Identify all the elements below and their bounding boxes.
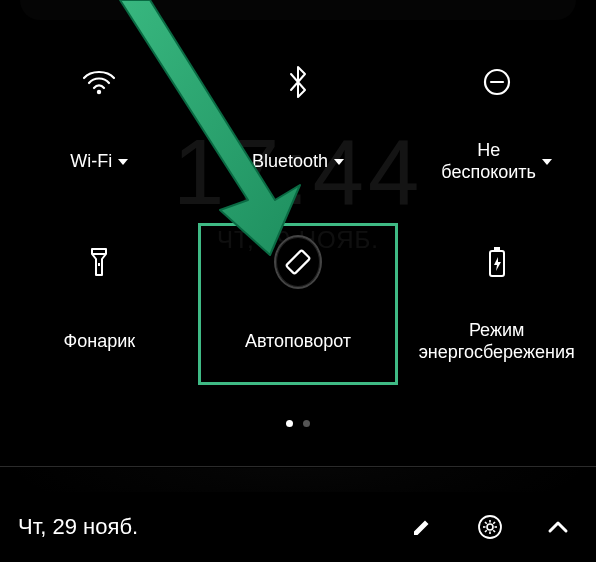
do-not-disturb-icon bbox=[473, 58, 521, 106]
svg-line-16 bbox=[485, 530, 487, 532]
quick-settings-grid: Wi-Fi Bluetooth Не беспокоить bbox=[0, 44, 596, 384]
tile-battery-saver-label: Режим энергосбережения bbox=[419, 320, 575, 363]
tile-flashlight-label: Фонарик bbox=[64, 331, 136, 353]
tile-wifi-label: Wi-Fi bbox=[70, 151, 112, 173]
svg-point-0 bbox=[97, 90, 101, 94]
footer-date[interactable]: Чт, 29 нояб. bbox=[18, 514, 408, 540]
tile-wifi[interactable]: Wi-Fi bbox=[0, 44, 199, 204]
pager-dots[interactable] bbox=[0, 420, 596, 427]
panel-footer: Чт, 29 нояб. bbox=[0, 492, 596, 562]
svg-line-14 bbox=[485, 522, 487, 524]
battery-saver-icon bbox=[473, 238, 521, 286]
pager-dot-1[interactable] bbox=[286, 420, 293, 427]
svg-point-9 bbox=[487, 524, 493, 530]
chevron-down-icon[interactable] bbox=[542, 159, 552, 165]
collapse-icon[interactable] bbox=[544, 513, 572, 541]
tile-flashlight[interactable]: Фонарик bbox=[0, 224, 199, 384]
tile-battery-saver[interactable]: Режим энергосбережения bbox=[397, 224, 596, 384]
panel-divider bbox=[0, 466, 596, 467]
footer-actions bbox=[408, 513, 572, 541]
autorotate-icon bbox=[283, 247, 313, 277]
tile-autorotate-label: Автоповорот bbox=[245, 331, 351, 353]
tile-dnd[interactable]: Не беспокоить bbox=[397, 44, 596, 204]
svg-rect-5 bbox=[286, 250, 310, 274]
svg-point-8 bbox=[479, 516, 501, 538]
tile-dnd-label: Не беспокоить bbox=[441, 140, 536, 183]
edit-icon[interactable] bbox=[408, 513, 436, 541]
chevron-down-icon[interactable] bbox=[334, 159, 344, 165]
svg-line-15 bbox=[493, 530, 495, 532]
pager-dot-2[interactable] bbox=[303, 420, 310, 427]
autorotate-toggle[interactable] bbox=[274, 235, 322, 289]
tile-bluetooth[interactable]: Bluetooth bbox=[199, 44, 398, 204]
settings-icon[interactable] bbox=[476, 513, 504, 541]
search-bar-remnant bbox=[20, 0, 576, 20]
bluetooth-icon bbox=[274, 58, 322, 106]
svg-rect-7 bbox=[494, 247, 500, 251]
tile-bluetooth-label: Bluetooth bbox=[252, 151, 328, 173]
chevron-down-icon[interactable] bbox=[118, 159, 128, 165]
flashlight-icon bbox=[75, 238, 123, 286]
wifi-icon bbox=[75, 58, 123, 106]
svg-line-17 bbox=[493, 522, 495, 524]
tile-autorotate[interactable]: Автоповорот bbox=[199, 224, 398, 384]
